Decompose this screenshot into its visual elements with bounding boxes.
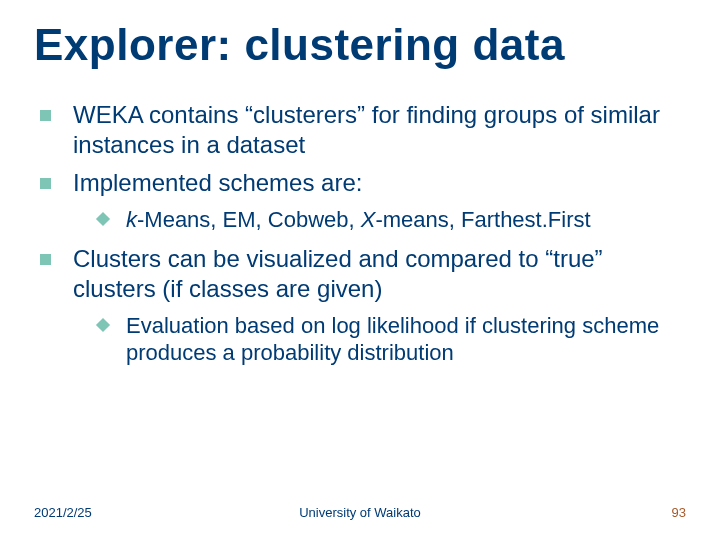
footer-page-number: 93: [672, 505, 686, 520]
square-bullet-icon: [40, 110, 51, 121]
italic-text: k: [126, 207, 137, 232]
footer-org: University of Waikato: [34, 505, 686, 520]
slide-body: WEKA contains “clusterers” for finding g…: [36, 100, 684, 377]
slide-title: Explorer: clustering data: [34, 20, 686, 70]
bullet-text: Clusters can be visualized and compared …: [73, 244, 684, 304]
square-bullet-icon: [40, 178, 51, 189]
bullet-text: Evaluation based on log likelihood if cl…: [126, 312, 684, 367]
italic-text: X: [361, 207, 376, 232]
bullet-text: k-Means, EM, Cobweb, X-means, Farthest.F…: [126, 206, 684, 234]
diamond-bullet-icon: [96, 212, 110, 226]
bullet-text: Implemented schemes are:: [73, 168, 684, 198]
plain-text: -Means, EM, Cobweb,: [137, 207, 361, 232]
bullet-level2: Evaluation based on log likelihood if cl…: [98, 312, 684, 367]
bullet-text: WEKA contains “clusterers” for finding g…: [73, 100, 684, 160]
slide: Explorer: clustering data WEKA contains …: [0, 0, 720, 540]
bullet-level1: Clusters can be visualized and compared …: [36, 244, 684, 304]
bullet-level1: Implemented schemes are:: [36, 168, 684, 198]
bullet-level1: WEKA contains “clusterers” for finding g…: [36, 100, 684, 160]
square-bullet-icon: [40, 254, 51, 265]
diamond-bullet-icon: [96, 317, 110, 331]
bullet-level2: k-Means, EM, Cobweb, X-means, Farthest.F…: [98, 206, 684, 234]
plain-text: -means, Farthest.First: [375, 207, 590, 232]
